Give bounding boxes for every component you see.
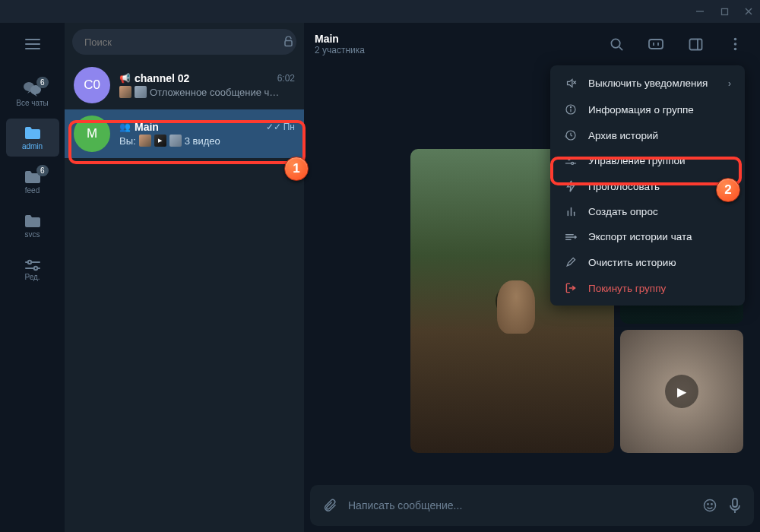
sidebar-toggle-button[interactable] <box>681 30 710 59</box>
video-thumbnail[interactable]: ▶ <box>620 330 743 453</box>
play-icon: ▶ <box>665 375 698 408</box>
rail-feed[interactable]: feed 6 <box>6 163 59 201</box>
close-button[interactable] <box>743 6 754 17</box>
svg-point-33 <box>568 157 570 160</box>
group-icon: 👥 <box>119 122 131 132</box>
chat-preview: 3 видео <box>185 135 220 147</box>
folder-icon <box>24 125 42 141</box>
svg-point-19 <box>733 38 736 41</box>
menu-archive[interactable]: Архив историй <box>550 122 745 148</box>
chat-time: 6:02 <box>277 73 295 84</box>
compose-input[interactable]: Написать сообщение... <box>348 499 692 511</box>
chat-time: Пн <box>283 122 295 132</box>
minimize-button[interactable] <box>695 6 705 17</box>
rail-label: Ред. <box>24 273 40 281</box>
svg-point-8 <box>27 260 30 263</box>
sound-off-icon <box>564 77 578 90</box>
videochat-button[interactable] <box>641 30 670 59</box>
menu-label: Покинуть группу <box>588 283 666 294</box>
svg-point-20 <box>733 43 736 46</box>
search-input[interactable] <box>72 29 296 55</box>
svg-point-30 <box>570 106 571 107</box>
menu-label: Проголосовать <box>588 181 660 192</box>
chat-preview: Отложенное сообщение ч… <box>150 87 279 98</box>
svg-point-22 <box>705 500 716 511</box>
svg-point-23 <box>708 504 708 505</box>
menu-poll[interactable]: Создать опрос <box>550 199 745 224</box>
svg-line-13 <box>619 46 622 49</box>
poll-icon <box>564 206 578 217</box>
folder-rail: Все чаты 6 admin feed 6 svcs Ред <box>0 23 65 532</box>
leave-icon <box>564 282 578 294</box>
menu-clear[interactable]: Очистить историю <box>550 249 745 275</box>
rail-admin[interactable]: admin <box>6 119 59 157</box>
search-in-chat-button[interactable] <box>602 30 631 59</box>
rail-svcs[interactable]: svcs <box>6 207 59 245</box>
rail-label: feed <box>25 186 40 195</box>
menu-label: Информация о группе <box>588 104 694 116</box>
chevron-right-icon: › <box>728 78 731 89</box>
avatar: M <box>74 116 110 152</box>
annotation-badge-2: 2 <box>716 178 740 202</box>
chat-name: channel 02 <box>135 72 189 84</box>
svg-rect-25 <box>733 499 737 507</box>
svg-point-10 <box>33 266 36 269</box>
menu-mute[interactable]: Выключить уведомления › <box>550 70 745 97</box>
bolt-icon <box>564 180 578 192</box>
header-subtitle: 2 участника <box>315 45 591 55</box>
megaphone-icon: 📢 <box>119 73 131 84</box>
attach-button[interactable] <box>322 498 337 513</box>
thumb-icon <box>135 86 147 98</box>
chat-preview-prefix: Вы: <box>119 135 136 147</box>
read-icon: ✓✓ <box>266 122 281 132</box>
rail-badge: 6 <box>36 77 49 88</box>
context-menu: Выключить уведомления › Информация о гру… <box>550 65 745 306</box>
menu-manage-group[interactable]: Управление группой <box>550 148 745 173</box>
sliders-icon <box>564 156 578 166</box>
svg-rect-11 <box>285 41 292 46</box>
rail-all-chats[interactable]: Все чаты 6 <box>6 74 59 112</box>
svg-point-35 <box>572 162 574 164</box>
titlebar <box>0 0 760 23</box>
annotation-badge-1: 1 <box>284 157 309 181</box>
rail-label: svcs <box>25 230 40 239</box>
svg-point-21 <box>733 48 736 51</box>
rail-label: Все чаты <box>16 99 48 107</box>
emoji-button[interactable] <box>702 498 717 513</box>
header-title-block[interactable]: Main 2 участника <box>315 33 591 55</box>
info-icon <box>564 103 578 116</box>
thumb-icon <box>139 135 151 147</box>
chat-header: Main 2 участника <box>304 23 760 65</box>
rail-label: admin <box>22 142 43 150</box>
more-button[interactable] <box>720 30 749 59</box>
svg-rect-14 <box>649 40 663 49</box>
menu-label: Очистить историю <box>588 257 676 268</box>
menu-button[interactable] <box>17 29 48 59</box>
thumb-icon <box>169 135 182 147</box>
svg-rect-1 <box>721 8 727 14</box>
svg-point-12 <box>611 39 619 47</box>
menu-leave[interactable]: Покинуть группу <box>550 275 745 301</box>
voice-button[interactable] <box>728 497 742 514</box>
chat-item-main[interactable]: M 👥Main ✓✓Пн Вы: 3 видео <box>65 109 304 158</box>
thumb-icon <box>119 86 131 98</box>
menu-label: Выключить уведомления <box>588 78 708 89</box>
archive-icon <box>564 129 578 141</box>
menu-label: Архив историй <box>588 130 658 141</box>
rail-edit[interactable]: Ред. <box>6 251 59 289</box>
rail-badge: 6 <box>36 165 49 176</box>
header-title: Main <box>315 33 591 45</box>
chat-name: Main <box>135 121 159 133</box>
lock-icon[interactable] <box>283 36 293 48</box>
menu-label: Экспорт истории чата <box>588 231 692 242</box>
compose-bar: Написать сообщение... <box>310 485 754 526</box>
maximize-button[interactable] <box>719 6 730 17</box>
chat-item-channel02[interactable]: C0 📢channel 02 6:02 Отложенное сообщение… <box>65 61 304 109</box>
menu-export[interactable]: Экспорт истории чата <box>550 224 745 249</box>
folder-icon <box>24 214 42 229</box>
avatar: C0 <box>74 67 110 103</box>
sliders-icon <box>24 259 41 271</box>
menu-info[interactable]: Информация о группе <box>550 97 745 122</box>
chat-list: C0 📢channel 02 6:02 Отложенное сообщение… <box>65 23 304 532</box>
svg-point-24 <box>711 504 712 505</box>
